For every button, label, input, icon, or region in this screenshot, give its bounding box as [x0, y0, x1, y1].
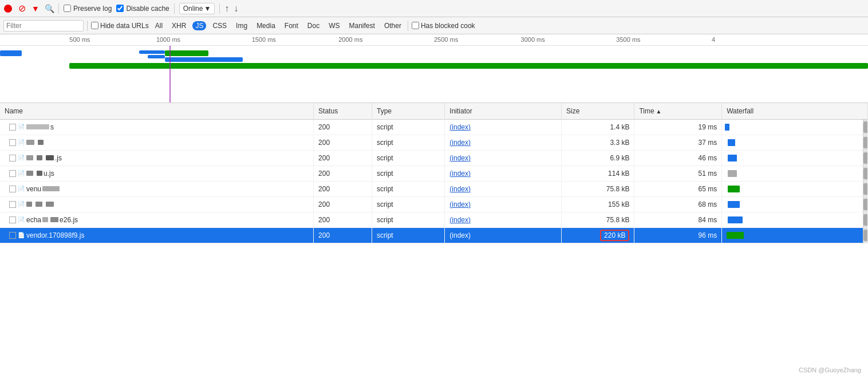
disable-cache-checkbox[interactable]	[116, 5, 124, 12]
table-row[interactable]: 📄s200script(index)1.4 kB19 ms	[0, 119, 868, 135]
type-btn-media[interactable]: Media	[254, 21, 278, 30]
disable-cache-label[interactable]: Disable cache	[116, 5, 169, 13]
table-row[interactable]: 📄200script(index)155 kB68 ms	[0, 196, 868, 212]
table-row[interactable]: 📄vendor.170898f9.js200script(index)220 k…	[0, 227, 868, 243]
has-blocked-label[interactable]: Has blocked cook	[412, 22, 475, 30]
row-checkbox[interactable]	[9, 186, 16, 192]
tl-bar-1	[0, 50, 22, 56]
cell-time: 84 ms	[634, 212, 722, 227]
preserve-log-label[interactable]: Preserve log	[64, 5, 112, 13]
cell-waterfall	[722, 196, 868, 212]
initiator-link[interactable]: (index)	[449, 170, 471, 178]
cell-initiator[interactable]: (index)	[445, 150, 562, 166]
table-row[interactable]: 📄echae26.js200script(index)75.8 kB84 ms	[0, 212, 868, 227]
ruler-500: 500 ms	[69, 36, 90, 43]
waterfall-scrollbar[interactable]	[863, 212, 867, 227]
cell-status: 200	[314, 212, 372, 227]
waterfall-scrollbar[interactable]	[863, 228, 867, 243]
table-row[interactable]: 📄.js200script(index)6.9 kB46 ms	[0, 150, 868, 166]
waterfall-scrollbar[interactable]	[863, 197, 867, 212]
cell-initiator[interactable]: (index)	[445, 227, 562, 243]
scrollbar-thumb[interactable]	[863, 121, 868, 133]
scrollbar-thumb[interactable]	[863, 152, 868, 164]
type-btn-all[interactable]: All	[152, 21, 165, 30]
filter-icon[interactable]: ▼	[31, 4, 40, 13]
scrollbar-thumb[interactable]	[863, 214, 868, 226]
cell-initiator[interactable]: (index)	[445, 196, 562, 212]
type-btn-doc[interactable]: Doc	[305, 21, 322, 30]
tl-bar-green-long	[69, 63, 868, 69]
cell-size: 1.4 kB	[562, 119, 634, 135]
cell-initiator[interactable]: (index)	[445, 212, 562, 227]
col-header-initiator[interactable]: Initiator	[445, 103, 562, 119]
cell-initiator[interactable]: (index)	[445, 119, 562, 135]
col-header-time[interactable]: Time	[634, 103, 722, 119]
col-header-type[interactable]: Type	[372, 103, 444, 119]
cell-type: script	[372, 212, 444, 227]
file-icon: 📄	[18, 216, 25, 223]
scrollbar-thumb[interactable]	[863, 230, 868, 241]
cell-time: 46 ms	[634, 150, 722, 166]
cell-initiator[interactable]: (index)	[445, 135, 562, 150]
initiator-link[interactable]: (index)	[449, 154, 471, 162]
col-header-waterfall[interactable]: Waterfall	[722, 103, 868, 119]
initiator-link[interactable]: (index)	[449, 200, 471, 208]
cell-name: 📄venu	[0, 181, 314, 196]
row-checkbox[interactable]	[9, 216, 16, 223]
waterfall-scrollbar[interactable]	[863, 135, 867, 150]
type-btn-js[interactable]: JS	[192, 21, 206, 30]
waterfall-scrollbar[interactable]	[863, 166, 867, 181]
row-checkbox[interactable]	[9, 139, 16, 146]
divider4	[87, 21, 88, 31]
table-header-row: Name Status Type Initiator Size Time Wat…	[0, 103, 868, 119]
record-button[interactable]	[3, 4, 13, 13]
divider	[58, 3, 59, 14]
type-btn-font[interactable]: Font	[282, 21, 301, 30]
hide-data-urls-label[interactable]: Hide data URLs	[91, 22, 149, 30]
upload-icon[interactable]: ↑	[224, 3, 229, 14]
row-checkbox[interactable]	[9, 201, 16, 208]
search-icon[interactable]: 🔍	[45, 4, 54, 13]
type-btn-img[interactable]: Img	[233, 21, 250, 30]
row-checkbox[interactable]	[9, 232, 16, 239]
filter-input[interactable]	[3, 20, 84, 32]
initiator-link[interactable]: (index)	[449, 216, 471, 224]
download-icon[interactable]: ↓	[234, 3, 238, 14]
col-header-status[interactable]: Status	[314, 103, 372, 119]
initiator-link[interactable]: (index)	[449, 231, 471, 239]
col-header-name[interactable]: Name	[0, 103, 314, 119]
waterfall-scrollbar[interactable]	[863, 120, 867, 135]
hide-data-urls-checkbox[interactable]	[91, 22, 98, 29]
scrollbar-thumb[interactable]	[863, 137, 868, 148]
scrollbar-thumb[interactable]	[863, 199, 868, 210]
online-dropdown[interactable]: Online ▼	[179, 3, 215, 14]
has-blocked-checkbox[interactable]	[412, 22, 419, 29]
type-btn-other[interactable]: Other	[381, 21, 404, 30]
scrollbar-thumb[interactable]	[863, 183, 868, 195]
initiator-link[interactable]: (index)	[449, 185, 471, 193]
divider5	[408, 21, 408, 31]
scrollbar-thumb[interactable]	[863, 168, 868, 179]
row-checkbox[interactable]	[9, 124, 16, 131]
cell-status: 200	[314, 119, 372, 135]
cell-initiator[interactable]: (index)	[445, 181, 562, 196]
col-header-size[interactable]: Size	[562, 103, 634, 119]
table-row[interactable]: 📄venu200script(index)75.8 kB65 ms	[0, 181, 868, 196]
table-row[interactable]: 📄200script(index)3.3 kB37 ms	[0, 135, 868, 150]
initiator-link[interactable]: (index)	[449, 139, 471, 147]
clear-button[interactable]: ⊘	[17, 4, 26, 13]
table-row[interactable]: 📄u.js200script(index)114 kB51 ms	[0, 166, 868, 181]
waterfall-scrollbar[interactable]	[863, 151, 867, 166]
preserve-log-checkbox[interactable]	[64, 5, 71, 12]
type-btn-ws[interactable]: WS	[326, 21, 342, 30]
initiator-link[interactable]: (index)	[449, 123, 471, 131]
type-btn-css[interactable]: CSS	[210, 21, 230, 30]
type-btn-xhr[interactable]: XHR	[169, 21, 189, 30]
cell-initiator[interactable]: (index)	[445, 166, 562, 181]
tl-bar-cluster-2	[148, 55, 165, 58]
row-checkbox[interactable]	[9, 170, 16, 177]
cell-time: 96 ms	[634, 227, 722, 243]
type-btn-manifest[interactable]: Manifest	[346, 21, 378, 30]
waterfall-scrollbar[interactable]	[863, 182, 867, 196]
row-checkbox[interactable]	[9, 155, 16, 162]
